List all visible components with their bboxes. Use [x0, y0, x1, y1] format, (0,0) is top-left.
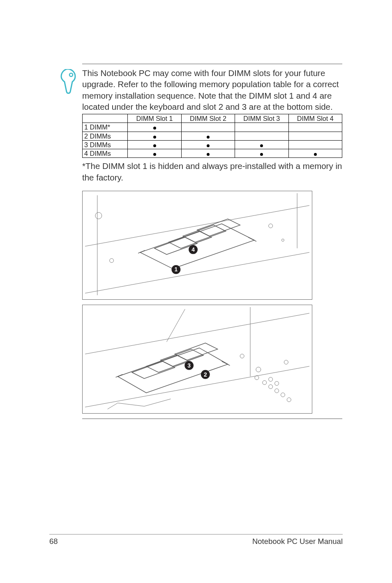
callout-2: 2	[204, 371, 207, 377]
cell	[288, 123, 342, 132]
svg-point-25	[281, 393, 285, 397]
svg-line-21	[167, 309, 185, 342]
cell	[181, 140, 235, 149]
cell	[288, 140, 342, 149]
row-label: 4 DIMMs	[83, 149, 128, 158]
svg-line-18	[85, 313, 309, 354]
cell	[181, 123, 235, 132]
table-header-slot2: DIMM Slot 2	[181, 114, 235, 123]
svg-line-1	[85, 205, 309, 246]
callout-1: 1	[175, 266, 178, 273]
cell	[235, 149, 288, 158]
svg-point-30	[256, 367, 261, 372]
cell	[128, 123, 181, 132]
svg-point-29	[287, 398, 291, 402]
page-footer: 68 Notebook PC User Manual	[49, 534, 343, 546]
table-row: 3 DIMMs	[83, 140, 342, 149]
memory-population-table: DIMM Slot 1 DIMM Slot 2 DIMM Slot 3 DIMM…	[82, 114, 342, 158]
cell	[128, 140, 181, 149]
callout-4: 4	[191, 246, 195, 252]
svg-point-5	[110, 258, 114, 262]
svg-point-23	[269, 384, 273, 389]
cell	[181, 149, 235, 158]
table-header-slot4: DIMM Slot 4	[288, 114, 342, 123]
table-header-blank	[83, 114, 128, 123]
cell	[235, 132, 288, 140]
note-bottom-rule	[82, 419, 342, 419]
svg-line-2	[85, 252, 309, 293]
svg-marker-9	[140, 224, 254, 268]
cell	[181, 132, 235, 140]
table-row: 1 DIMM*	[83, 123, 342, 132]
svg-point-7	[281, 239, 284, 241]
svg-point-6	[269, 224, 273, 228]
cell	[235, 140, 288, 149]
note-top-rule	[82, 64, 342, 64]
row-label: 3 DIMMs	[83, 140, 128, 149]
svg-point-32	[240, 354, 244, 358]
svg-point-24	[275, 389, 279, 393]
table-row: 4 DIMMs	[83, 149, 342, 158]
cell	[235, 123, 288, 132]
cell	[288, 149, 342, 158]
row-label: 1 DIMM*	[83, 123, 128, 132]
table-header-slot1: DIMM Slot 1	[128, 114, 181, 123]
table-header-slot3: DIMM Slot 3	[235, 114, 288, 123]
svg-marker-33	[118, 348, 228, 393]
svg-point-0	[69, 73, 73, 76]
illustration-keyboard-side: 4 1	[82, 191, 312, 300]
table-row: 2 DIMMs	[83, 132, 342, 140]
svg-point-22	[263, 380, 267, 384]
footer-title: Notebook PC User Manual	[252, 537, 343, 546]
row-label: 2 DIMMs	[83, 132, 128, 140]
svg-point-8	[95, 212, 102, 219]
svg-line-19	[85, 366, 309, 407]
svg-point-27	[275, 381, 279, 385]
table-footnote: *The DIMM slot 1 is hidden and always pr…	[82, 160, 342, 183]
cell	[288, 132, 342, 140]
note-pin-icon	[60, 69, 77, 96]
svg-point-31	[284, 360, 288, 364]
note-paragraph: This Notebook PC may come with four DIMM…	[82, 67, 342, 112]
cell	[128, 132, 181, 140]
cell	[128, 149, 181, 158]
illustration-bottom-side: 3 2	[82, 305, 312, 414]
svg-point-28	[255, 375, 259, 379]
svg-line-38	[116, 374, 123, 377]
page-number: 68	[49, 537, 58, 546]
svg-point-26	[269, 377, 273, 381]
callout-3: 3	[187, 362, 191, 368]
